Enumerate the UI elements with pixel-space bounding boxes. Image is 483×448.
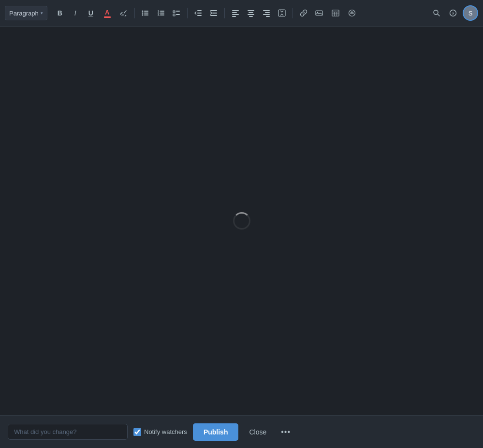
more-dots-icon: ••• [281,428,291,436]
bullet-list-icon [142,9,149,17]
svg-rect-27 [248,10,254,11]
svg-rect-16 [176,14,180,15]
notify-text: Notify watchers [144,428,187,435]
svg-rect-22 [210,15,217,16]
bold-button[interactable]: B [53,6,67,20]
svg-rect-12 [160,14,164,15]
svg-rect-17 [197,10,202,11]
svg-rect-32 [265,12,270,13]
task-list-icon [173,9,180,17]
avatar-initials: S [468,10,473,17]
align-center-icon [247,9,255,17]
svg-rect-2 [144,11,148,12]
notify-checkbox[interactable] [133,428,141,436]
svg-rect-29 [248,14,254,15]
search-icon [433,9,440,17]
avatar[interactable]: S [463,5,478,21]
toolbar: Paragraph ▾ B I U A [0,0,483,27]
indent-button[interactable] [207,6,220,20]
table-button[interactable] [328,6,343,20]
bottom-bar: Notify watchers Publish Close ••• [0,415,483,448]
svg-rect-19 [197,15,202,16]
loading-spinner [233,212,250,230]
align-left-button[interactable] [229,6,242,20]
underline-button[interactable]: U [84,6,98,20]
svg-text:?: ? [452,12,454,16]
svg-rect-38 [332,10,339,16]
svg-line-47 [438,14,439,16]
indent-icon [210,9,218,17]
svg-rect-15 [173,14,175,16]
align-left-icon [232,9,239,17]
insert-more-icon [348,9,356,17]
insert-media-button[interactable] [312,6,326,20]
svg-rect-25 [232,14,239,15]
expand-button[interactable] [275,6,289,20]
clear-format-icon [120,9,128,17]
svg-line-0 [125,15,126,16]
color-bar [104,16,111,18]
svg-rect-30 [249,16,253,17]
outdent-button[interactable] [191,6,205,20]
change-input[interactable] [8,424,128,440]
divider-2 [187,8,188,18]
paragraph-label: Paragraph [9,10,39,17]
svg-rect-35 [278,10,285,16]
italic-button[interactable]: I [69,6,82,20]
insert-more-button[interactable] [345,6,359,20]
help-icon: ? [449,9,457,17]
svg-rect-33 [263,14,270,15]
toolbar-right: ? S [430,5,478,21]
svg-rect-45 [350,13,354,14]
numbered-list-button[interactable]: 1. 2. 3. [154,6,168,20]
publish-button[interactable]: Publish [193,423,239,441]
divider-4 [293,8,293,18]
align-center-button[interactable] [244,6,258,20]
align-right-button[interactable] [260,6,273,20]
paragraph-chevron: ▾ [41,11,43,15]
divider-1 [134,8,135,18]
svg-rect-23 [232,10,239,11]
svg-text:3.: 3. [158,14,160,16]
expand-icon [278,9,286,17]
svg-point-3 [142,13,143,14]
editor-area[interactable] [0,27,483,415]
outdent-icon [194,9,202,17]
svg-rect-26 [232,16,236,17]
svg-rect-31 [263,10,270,11]
help-button[interactable]: ? [446,6,460,20]
link-icon [300,9,307,17]
numbered-list-icon: 1. 2. 3. [157,9,165,17]
align-right-icon [263,9,270,17]
close-button[interactable]: Close [244,423,271,441]
insert-media-icon [315,9,323,17]
svg-rect-6 [144,14,148,15]
more-options-button[interactable]: ••• [277,423,294,441]
link-button[interactable] [297,6,310,20]
notify-label[interactable]: Notify watchers [133,428,187,436]
svg-rect-8 [160,11,164,12]
svg-rect-34 [266,16,270,17]
divider-3 [224,8,225,18]
svg-point-5 [142,14,143,16]
task-list-button[interactable] [170,6,183,20]
bullet-list-button[interactable] [139,6,152,20]
table-icon [332,9,339,17]
clear-format-button[interactable] [117,6,131,20]
text-color-button[interactable]: A [100,6,115,20]
search-button[interactable] [430,6,443,20]
svg-rect-4 [144,13,148,14]
svg-rect-14 [176,11,180,12]
svg-rect-21 [212,13,217,14]
svg-rect-20 [210,10,217,11]
paragraph-selector[interactable]: Paragraph ▾ [5,6,47,20]
svg-rect-18 [197,13,202,14]
svg-rect-10 [160,13,164,14]
text-color-label: A [105,9,109,16]
svg-rect-36 [316,11,322,15]
svg-rect-24 [232,12,237,13]
svg-point-1 [142,11,143,12]
svg-rect-28 [249,12,253,13]
